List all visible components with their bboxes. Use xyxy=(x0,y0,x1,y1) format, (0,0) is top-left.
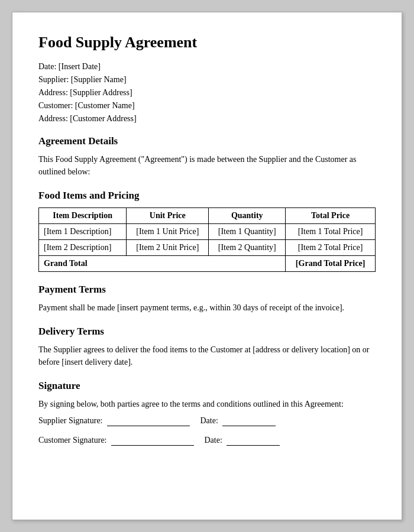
date-line: Date: [Insert Date] xyxy=(38,62,376,72)
customer-sig-date-label: Date: xyxy=(205,436,222,445)
date-label: Date: xyxy=(38,62,56,71)
delivery-terms-body: The Supplier agrees to deliver the food … xyxy=(38,343,376,368)
agreement-details-body: This Food Supply Agreement ("Agreement")… xyxy=(38,153,376,178)
customer-sig-field[interactable] xyxy=(111,436,194,446)
col-header-quantity: Quantity xyxy=(209,208,286,224)
customer-address-line: Address: [Customer Address] xyxy=(38,114,376,124)
document-page: Food Supply Agreement Date: [Insert Date… xyxy=(12,12,402,520)
customer-sig-label: Customer Signature: xyxy=(38,436,107,445)
customer-address-value: [Customer Address] xyxy=(70,114,136,123)
item2-quantity: [Item 2 Quantity] xyxy=(209,240,286,256)
grand-total-value: [Grand Total Price] xyxy=(286,256,376,272)
item1-description: [Item 1 Description] xyxy=(39,224,127,240)
supplier-sig-label: Supplier Signature: xyxy=(38,416,103,425)
customer-address-label: Address: xyxy=(38,114,68,123)
supplier-sig-field[interactable] xyxy=(107,416,190,426)
customer-signature-line: Customer Signature: Date: xyxy=(38,436,376,446)
col-header-unit-price: Unit Price xyxy=(127,208,209,224)
signature-heading: Signature xyxy=(38,380,376,392)
table-row: [Item 1 Description] [Item 1 Unit Price]… xyxy=(39,224,376,240)
supplier-address-line: Address: [Supplier Address] xyxy=(38,88,376,98)
food-items-table: Item Description Unit Price Quantity Tot… xyxy=(38,207,376,272)
payment-terms-body: Payment shall be made [insert payment te… xyxy=(38,301,376,314)
item1-quantity: [Item 1 Quantity] xyxy=(209,224,286,240)
customer-label: Customer: xyxy=(38,101,73,110)
supplier-address-value: [Supplier Address] xyxy=(70,88,132,97)
item2-description: [Item 2 Description] xyxy=(39,240,127,256)
item2-total-price: [Item 2 Total Price] xyxy=(286,240,376,256)
grand-total-row: Grand Total [Grand Total Price] xyxy=(39,256,376,272)
signature-body: By signing below, both parties agree to … xyxy=(38,398,376,410)
supplier-sig-date-label: Date: xyxy=(200,416,218,425)
supplier-address-label: Address: xyxy=(38,88,68,97)
payment-terms-heading: Payment Terms xyxy=(38,284,376,296)
item2-unit-price: [Item 2 Unit Price] xyxy=(127,240,209,256)
item1-unit-price: [Item 1 Unit Price] xyxy=(127,224,209,240)
item1-total-price: [Item 1 Total Price] xyxy=(286,224,376,240)
food-items-heading: Food Items and Pricing xyxy=(38,190,376,202)
customer-sig-date-field[interactable] xyxy=(227,436,280,446)
col-header-description: Item Description xyxy=(39,208,127,224)
delivery-terms-heading: Delivery Terms xyxy=(38,326,376,338)
col-header-total-price: Total Price xyxy=(286,208,376,224)
supplier-value: [Supplier Name] xyxy=(71,75,127,84)
table-header-row: Item Description Unit Price Quantity Tot… xyxy=(39,208,376,224)
grand-total-label: Grand Total xyxy=(39,256,286,272)
agreement-details-heading: Agreement Details xyxy=(38,135,376,147)
customer-value: [Customer Name] xyxy=(75,101,135,110)
table-row: [Item 2 Description] [Item 2 Unit Price]… xyxy=(39,240,376,256)
customer-line: Customer: [Customer Name] xyxy=(38,101,376,111)
date-value: [Insert Date] xyxy=(59,62,101,71)
supplier-sig-date-field[interactable] xyxy=(222,416,276,426)
supplier-line: Supplier: [Supplier Name] xyxy=(38,75,376,85)
supplier-label: Supplier: xyxy=(38,75,69,84)
supplier-signature-line: Supplier Signature: Date: xyxy=(38,416,376,426)
document-title: Food Supply Agreement xyxy=(38,34,376,51)
